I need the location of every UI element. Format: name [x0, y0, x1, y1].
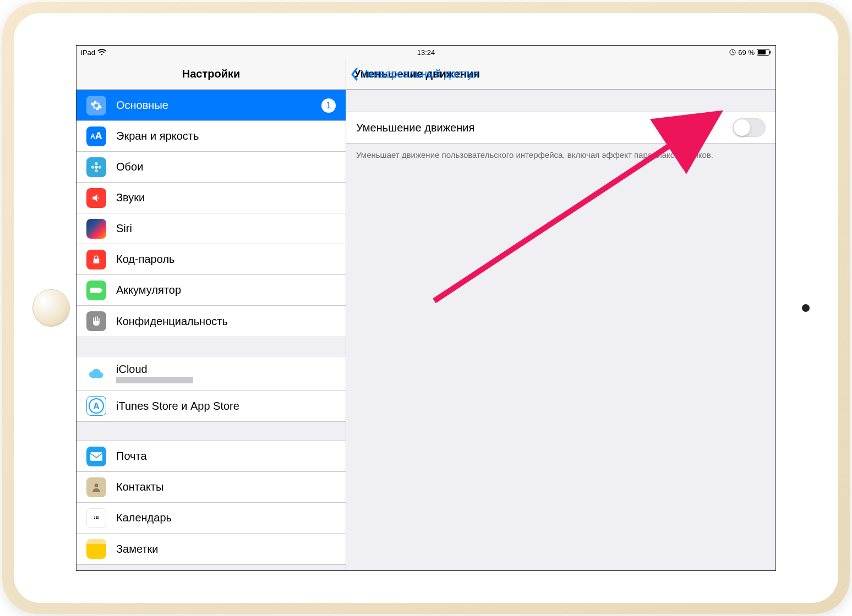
sidebar-item-icloud[interactable]: iCloud	[77, 356, 346, 391]
sidebar-group: iCloud A iTunes Store и App Store	[77, 356, 346, 422]
cloud-icon	[86, 364, 106, 383]
notification-badge: 1	[321, 98, 336, 113]
screen: iPad 13:24 69 %	[76, 45, 776, 571]
battery-percent: 69 %	[738, 48, 755, 57]
sidebar-item-label: iCloud	[116, 363, 193, 376]
siri-icon	[86, 219, 106, 239]
detail-navbar: Универсальный доступ Уменьшение движения	[346, 59, 775, 90]
sidebar-item-privacy[interactable]: Конфиденциальность	[77, 306, 346, 337]
sidebar-group: Основные 1 AA Экран и яркость	[77, 90, 346, 337]
flower-icon	[86, 157, 106, 177]
detail-group: Уменьшение движения	[346, 112, 775, 144]
svg-point-4	[95, 166, 98, 169]
icloud-subtitle-redacted	[116, 377, 193, 383]
sidebar-item-siri[interactable]: Siri	[77, 213, 346, 244]
sidebar-item-label: Контакты	[116, 481, 336, 493]
sidebar-item-general[interactable]: Основные 1	[77, 90, 346, 121]
carrier-label: iPad	[81, 48, 95, 57]
sidebar-item-display[interactable]: AA Экран и яркость	[77, 121, 346, 152]
sidebar-title: Настройки	[182, 68, 241, 80]
svg-rect-13	[90, 452, 102, 461]
sidebar-item-sounds[interactable]: Звуки	[77, 183, 346, 213]
svg-point-5	[95, 162, 98, 165]
svg-rect-2	[758, 50, 766, 54]
gear-icon	[86, 96, 106, 116]
sidebar-item-label: Звуки	[116, 191, 336, 204]
sidebar-item-mail[interactable]: Почта	[77, 441, 346, 472]
settings-sidebar: Настройки Основные 1	[77, 59, 346, 570]
svg-rect-3	[769, 51, 771, 54]
sidebar-item-label: Аккумулятор	[116, 284, 336, 296]
switch-knob	[734, 119, 750, 136]
sidebar-item-calendar[interactable]: Календарь	[77, 503, 346, 534]
back-label: Универсальный доступ	[361, 68, 479, 80]
sidebar-item-label: Экран и яркость	[116, 130, 336, 142]
status-bar: iPad 13:24 69 %	[77, 46, 775, 59]
sidebar-item-label: Календарь	[116, 512, 336, 524]
battery-icon	[86, 280, 106, 300]
sidebar-item-battery[interactable]: Аккумулятор	[77, 275, 346, 306]
front-camera	[802, 304, 810, 312]
svg-point-14	[95, 483, 99, 487]
svg-rect-10	[101, 289, 102, 292]
sidebar-item-label: Почта	[116, 450, 336, 463]
sidebar-item-wallpaper[interactable]: Обои	[77, 152, 346, 183]
sidebar-item-itunes[interactable]: A iTunes Store и App Store	[77, 391, 346, 421]
lock-icon	[86, 250, 106, 270]
svg-text:A: A	[93, 402, 100, 411]
sidebar-item-contacts[interactable]: Контакты	[77, 472, 346, 503]
sidebar-item-passcode[interactable]: Код-пароль	[77, 244, 346, 275]
ipad-frame: iPad 13:24 69 %	[2, 2, 850, 614]
status-time: 13:24	[417, 48, 435, 57]
footer-text: Уменьшает движение пользовательского инт…	[346, 144, 775, 166]
sidebar-item-label: Код-пароль	[116, 253, 336, 266]
svg-point-6	[95, 169, 98, 172]
ipad-bezel: iPad 13:24 69 %	[14, 13, 838, 603]
speaker-icon	[86, 188, 106, 208]
sidebar-navbar: Настройки	[77, 59, 346, 90]
text-size-icon: AA	[86, 127, 106, 146]
sidebar-item-notes[interactable]: Заметки	[77, 534, 346, 564]
appstore-icon: A	[86, 396, 106, 416]
calendar-icon	[86, 508, 106, 528]
reduce-motion-row: Уменьшение движения	[346, 112, 775, 143]
rotation-lock-icon	[729, 49, 736, 56]
toggle-label: Уменьшение движения	[356, 122, 474, 134]
notes-icon	[86, 539, 106, 559]
sidebar-item-label: Заметки	[116, 543, 336, 556]
back-button[interactable]: Универсальный доступ	[351, 68, 479, 81]
sidebar-item-label: Обои	[116, 161, 336, 173]
detail-pane: Универсальный доступ Уменьшение движения…	[346, 59, 775, 570]
mail-icon	[86, 447, 106, 466]
sidebar-item-label: Siri	[116, 222, 336, 235]
hand-icon	[86, 311, 106, 331]
sidebar-list[interactable]: Основные 1 AA Экран и яркость	[77, 90, 346, 570]
sidebar-item-label: iTunes Store и App Store	[116, 400, 336, 413]
sidebar-item-label: Конфиденциальность	[116, 315, 336, 328]
contacts-icon	[86, 477, 106, 497]
home-button[interactable]	[32, 289, 70, 327]
detail-content: Уменьшение движения Уменьшает движение п…	[346, 90, 775, 570]
svg-point-7	[91, 166, 95, 169]
battery-icon	[757, 49, 771, 56]
wifi-icon	[97, 49, 106, 56]
reduce-motion-switch[interactable]	[733, 118, 766, 137]
sidebar-group: Почта Контакты	[77, 441, 346, 565]
sidebar-item-label: Основные	[116, 99, 321, 112]
svg-rect-9	[90, 288, 101, 293]
svg-point-8	[99, 166, 102, 169]
